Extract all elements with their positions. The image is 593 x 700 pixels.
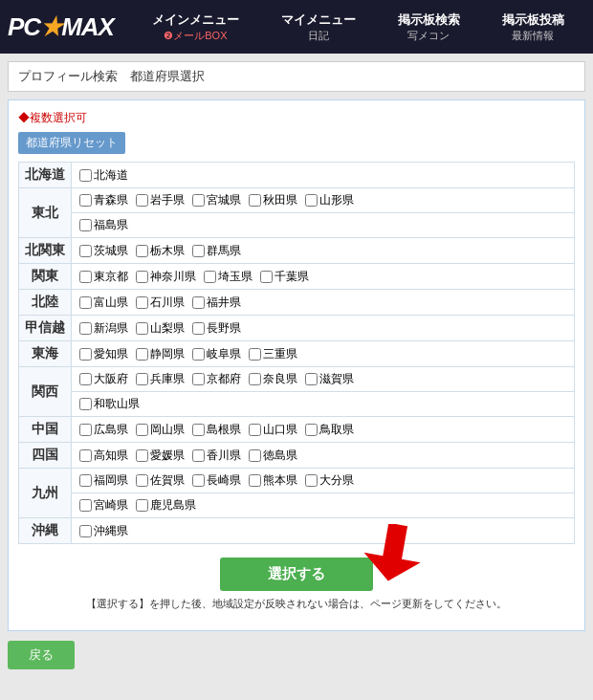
prefecture-checkbox-item[interactable]: 沖縄県 xyxy=(79,523,128,539)
prefecture-checkbox-item[interactable]: 山梨県 xyxy=(136,320,185,337)
prefecture-checkbox[interactable] xyxy=(192,245,205,257)
prefecture-checkbox[interactable] xyxy=(79,474,92,487)
prefecture-checkbox[interactable] xyxy=(79,424,92,436)
prefecture-checkbox[interactable] xyxy=(79,499,92,512)
prefecture-checkbox[interactable] xyxy=(204,271,216,283)
prefecture-checkbox[interactable] xyxy=(249,449,261,462)
prefecture-checkbox-item[interactable]: 福井県 xyxy=(192,295,241,311)
prefecture-checkbox-item[interactable]: 埼玉県 xyxy=(204,269,253,285)
prefecture-checkbox[interactable] xyxy=(136,499,148,512)
prefecture-checkbox[interactable] xyxy=(79,373,92,385)
prefecture-checkbox[interactable] xyxy=(136,424,148,436)
prefecture-checkbox[interactable] xyxy=(136,245,148,257)
prefecture-checkbox-item[interactable]: 宮崎県 xyxy=(79,497,128,514)
prefecture-checkbox[interactable] xyxy=(249,474,261,487)
prefecture-checkbox[interactable] xyxy=(79,245,92,257)
prefecture-checkbox-item[interactable]: 長野県 xyxy=(192,320,241,337)
nav-my-menu[interactable]: マイメニュー 日記 xyxy=(281,11,356,43)
prefecture-checkbox-item[interactable]: 滋賀県 xyxy=(305,371,354,387)
prefecture-checkbox[interactable] xyxy=(136,373,148,385)
prefecture-checkbox-item[interactable]: 秋田県 xyxy=(249,192,297,208)
prefecture-checkbox[interactable] xyxy=(249,373,261,385)
prefecture-checkbox-item[interactable]: 鳥取県 xyxy=(305,422,354,438)
prefecture-checkbox-item[interactable]: 富山県 xyxy=(79,295,128,311)
prefecture-checkbox[interactable] xyxy=(136,271,148,283)
prefecture-checkbox[interactable] xyxy=(136,296,148,309)
prefecture-checkbox-item[interactable]: 東京都 xyxy=(79,269,128,285)
prefecture-checkbox[interactable] xyxy=(79,271,92,283)
prefecture-checkbox-item[interactable]: 長崎県 xyxy=(192,472,241,489)
nav-board-search[interactable]: 掲示板検索 写メコン xyxy=(398,11,460,43)
prefecture-checkbox-item[interactable]: 熊本県 xyxy=(249,472,297,489)
prefecture-checkbox-item[interactable]: 三重県 xyxy=(249,346,297,362)
prefecture-checkbox-item[interactable]: 岩手県 xyxy=(136,192,185,208)
prefecture-checkbox[interactable] xyxy=(136,474,148,487)
prefecture-checkbox[interactable] xyxy=(192,449,205,462)
prefecture-checkbox-item[interactable]: 広島県 xyxy=(79,422,128,438)
prefecture-checkbox-item[interactable]: 大阪府 xyxy=(79,371,128,387)
prefecture-checkbox[interactable] xyxy=(305,424,318,436)
prefecture-checkbox-item[interactable]: 鹿児島県 xyxy=(136,497,196,514)
prefecture-checkbox[interactable] xyxy=(136,449,148,462)
prefecture-checkbox[interactable] xyxy=(192,348,205,361)
reset-button[interactable]: 都道府県リセット xyxy=(18,132,125,154)
prefecture-checkbox[interactable] xyxy=(260,271,273,283)
prefecture-checkbox-item[interactable]: 青森県 xyxy=(79,192,128,208)
prefecture-checkbox-item[interactable]: 神奈川県 xyxy=(136,269,196,285)
prefecture-checkbox-item[interactable]: 栃木県 xyxy=(136,243,185,259)
prefecture-checkbox[interactable] xyxy=(79,219,92,231)
prefecture-checkbox[interactable] xyxy=(79,296,92,309)
prefecture-checkbox[interactable] xyxy=(79,449,92,462)
prefecture-checkbox-item[interactable]: 大分県 xyxy=(305,472,354,489)
prefecture-checkbox-item[interactable]: 静岡県 xyxy=(136,346,185,362)
prefecture-checkbox-item[interactable]: 香川県 xyxy=(192,448,241,464)
prefecture-checkbox-item[interactable]: 山口県 xyxy=(249,422,297,438)
prefecture-checkbox-item[interactable]: 千葉県 xyxy=(260,269,309,285)
prefecture-checkbox-item[interactable]: 京都府 xyxy=(192,371,241,387)
prefecture-checkbox[interactable] xyxy=(249,424,261,436)
prefecture-checkbox[interactable] xyxy=(79,194,92,207)
prefecture-checkbox-item[interactable]: 兵庫県 xyxy=(136,371,185,387)
prefecture-checkbox[interactable] xyxy=(192,322,205,335)
prefecture-checkbox[interactable] xyxy=(79,322,92,335)
prefecture-checkbox[interactable] xyxy=(79,169,92,182)
prefecture-checkbox-item[interactable]: 佐賀県 xyxy=(136,472,185,489)
prefecture-checkbox-item[interactable]: 福島県 xyxy=(79,217,128,233)
prefecture-checkbox[interactable] xyxy=(79,525,92,537)
prefecture-checkbox[interactable] xyxy=(192,424,205,436)
prefecture-checkbox-item[interactable]: 愛媛県 xyxy=(136,448,185,464)
prefecture-checkbox[interactable] xyxy=(79,348,92,361)
prefecture-checkbox[interactable] xyxy=(305,194,318,207)
prefecture-checkbox-item[interactable]: 徳島県 xyxy=(249,448,297,464)
prefecture-checkbox[interactable] xyxy=(192,373,205,385)
prefecture-checkbox[interactable] xyxy=(192,296,205,309)
prefecture-checkbox[interactable] xyxy=(79,398,92,410)
prefecture-checkbox[interactable] xyxy=(136,348,148,361)
prefecture-checkbox-item[interactable]: 石川県 xyxy=(136,295,185,311)
prefecture-checkbox-item[interactable]: 和歌山県 xyxy=(79,396,140,412)
prefecture-checkbox[interactable] xyxy=(136,194,148,207)
prefecture-checkbox[interactable] xyxy=(192,474,205,487)
prefecture-checkbox[interactable] xyxy=(249,348,261,361)
prefecture-checkbox-item[interactable]: 島根県 xyxy=(192,422,241,438)
prefecture-checkbox-item[interactable]: 岡山県 xyxy=(136,422,185,438)
nav-board-post[interactable]: 掲示板投稿 最新情報 xyxy=(502,11,564,43)
prefecture-checkbox-item[interactable]: 北海道 xyxy=(79,167,128,184)
prefecture-checkbox-item[interactable]: 愛知県 xyxy=(79,346,128,362)
prefecture-checkbox-item[interactable]: 奈良県 xyxy=(249,371,297,387)
prefecture-checkbox-item[interactable]: 山形県 xyxy=(305,192,354,208)
nav-main-menu[interactable]: メインメニュー ❷メールBOX xyxy=(152,11,239,43)
prefecture-checkbox[interactable] xyxy=(192,194,205,207)
prefecture-checkbox-item[interactable]: 茨城県 xyxy=(79,243,128,259)
prefecture-checkbox-item[interactable]: 福岡県 xyxy=(79,472,128,489)
prefecture-checkbox-item[interactable]: 新潟県 xyxy=(79,320,128,337)
prefecture-checkbox[interactable] xyxy=(305,373,318,385)
prefecture-checkbox[interactable] xyxy=(136,322,148,335)
prefecture-checkbox[interactable] xyxy=(305,474,318,487)
select-button[interactable]: 選択する xyxy=(220,558,373,591)
prefecture-checkbox-item[interactable]: 岐阜県 xyxy=(192,346,241,362)
prefecture-checkbox[interactable] xyxy=(249,194,261,207)
prefecture-checkbox-item[interactable]: 群馬県 xyxy=(192,243,241,259)
prefecture-checkbox-item[interactable]: 高知県 xyxy=(79,448,128,464)
prefecture-checkbox-item[interactable]: 宮城県 xyxy=(192,192,241,208)
